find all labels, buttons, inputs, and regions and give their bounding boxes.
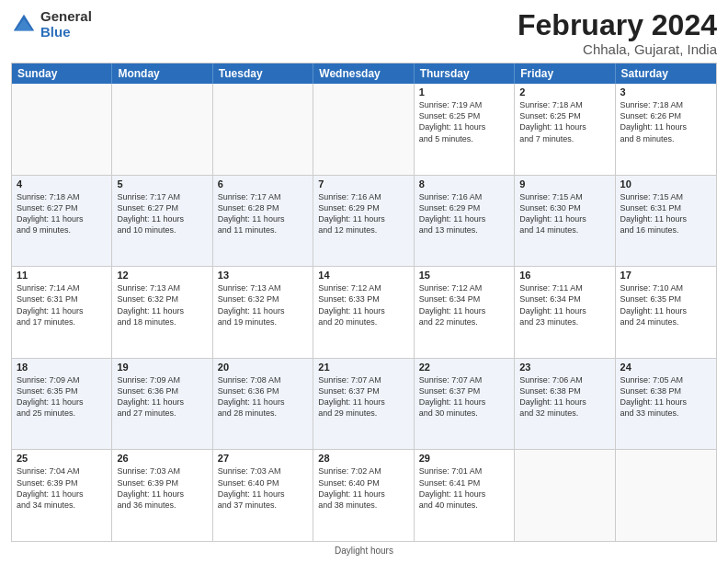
day-number: 28 [318, 453, 408, 464]
calendar-cell: 26Sunrise: 7:03 AM Sunset: 6:39 PM Dayli… [112, 450, 212, 541]
day-info: Sunrise: 7:13 AM Sunset: 6:32 PM Dayligh… [218, 282, 308, 327]
calendar-cell: 9Sunrise: 7:15 AM Sunset: 6:30 PM Daylig… [515, 176, 615, 267]
day-number: 9 [519, 178, 609, 190]
day-info: Sunrise: 7:01 AM Sunset: 6:41 PM Dayligh… [419, 465, 509, 511]
calendar-header-cell: Saturday [616, 63, 716, 84]
day-number: 5 [117, 178, 207, 190]
day-info: Sunrise: 7:03 AM Sunset: 6:40 PM Dayligh… [218, 465, 308, 511]
day-info: Sunrise: 7:11 AM Sunset: 6:34 PM Dayligh… [519, 282, 609, 327]
day-info: Sunrise: 7:15 AM Sunset: 6:31 PM Dayligh… [620, 191, 711, 236]
calendar-cell: 22Sunrise: 7:07 AM Sunset: 6:37 PM Dayli… [415, 359, 515, 450]
day-info: Sunrise: 7:06 AM Sunset: 6:38 PM Dayligh… [519, 374, 609, 419]
day-info: Sunrise: 7:12 AM Sunset: 6:34 PM Dayligh… [419, 282, 509, 327]
day-info: Sunrise: 7:07 AM Sunset: 6:37 PM Dayligh… [419, 374, 509, 419]
day-info: Sunrise: 7:16 AM Sunset: 6:29 PM Dayligh… [419, 191, 509, 236]
day-number: 1 [419, 86, 509, 98]
logo: General Blue [11, 9, 92, 40]
day-info: Sunrise: 7:16 AM Sunset: 6:29 PM Dayligh… [318, 191, 408, 236]
day-number: 18 [17, 362, 107, 373]
day-number: 12 [117, 270, 207, 281]
calendar-header-cell: Friday [515, 63, 615, 84]
calendar-week-row: 4Sunrise: 7:18 AM Sunset: 6:27 PM Daylig… [12, 175, 716, 267]
calendar-cell: 15Sunrise: 7:12 AM Sunset: 6:34 PM Dayli… [415, 267, 515, 358]
day-info: Sunrise: 7:18 AM Sunset: 6:25 PM Dayligh… [519, 99, 609, 144]
day-info: Sunrise: 7:12 AM Sunset: 6:33 PM Dayligh… [318, 282, 408, 327]
day-info: Sunrise: 7:04 AM Sunset: 6:39 PM Dayligh… [17, 465, 107, 511]
day-info: Sunrise: 7:18 AM Sunset: 6:26 PM Dayligh… [620, 99, 711, 144]
day-info: Sunrise: 7:07 AM Sunset: 6:37 PM Dayligh… [318, 374, 408, 419]
calendar-cell [112, 84, 212, 175]
day-info: Sunrise: 7:15 AM Sunset: 6:30 PM Dayligh… [519, 191, 609, 236]
calendar-header-row: SundayMondayTuesdayWednesdayThursdayFrid… [12, 63, 716, 84]
page: General Blue February 2024 Chhala, Gujar… [0, 0, 728, 563]
day-number: 23 [519, 362, 609, 373]
calendar-week-row: 25Sunrise: 7:04 AM Sunset: 6:39 PM Dayli… [12, 449, 716, 541]
day-number: 14 [318, 270, 408, 281]
calendar-cell: 29Sunrise: 7:01 AM Sunset: 6:41 PM Dayli… [415, 450, 515, 541]
calendar-cell: 12Sunrise: 7:13 AM Sunset: 6:32 PM Dayli… [112, 267, 212, 358]
day-number: 2 [519, 86, 609, 98]
day-info: Sunrise: 7:18 AM Sunset: 6:27 PM Dayligh… [17, 191, 107, 236]
calendar-cell: 10Sunrise: 7:15 AM Sunset: 6:31 PM Dayli… [616, 176, 716, 267]
calendar-cell: 21Sunrise: 7:07 AM Sunset: 6:37 PM Dayli… [313, 359, 414, 450]
calendar-cell: 18Sunrise: 7:09 AM Sunset: 6:35 PM Dayli… [12, 359, 112, 450]
day-number: 25 [17, 453, 107, 464]
day-number: 10 [620, 178, 711, 190]
calendar-cell: 24Sunrise: 7:05 AM Sunset: 6:38 PM Dayli… [616, 359, 716, 450]
day-number: 8 [419, 178, 509, 190]
day-info: Sunrise: 7:17 AM Sunset: 6:28 PM Dayligh… [218, 191, 308, 236]
calendar-cell: 16Sunrise: 7:11 AM Sunset: 6:34 PM Dayli… [515, 267, 615, 358]
calendar-cell: 6Sunrise: 7:17 AM Sunset: 6:28 PM Daylig… [213, 176, 313, 267]
day-number: 7 [318, 178, 408, 190]
calendar-cell: 7Sunrise: 7:16 AM Sunset: 6:29 PM Daylig… [313, 176, 414, 267]
title-block: February 2024 Chhala, Gujarat, India [518, 9, 717, 57]
day-info: Sunrise: 7:17 AM Sunset: 6:27 PM Dayligh… [117, 191, 207, 236]
day-info: Sunrise: 7:02 AM Sunset: 6:40 PM Dayligh… [318, 465, 408, 511]
calendar-cell: 23Sunrise: 7:06 AM Sunset: 6:38 PM Dayli… [515, 359, 615, 450]
calendar-week-row: 11Sunrise: 7:14 AM Sunset: 6:31 PM Dayli… [12, 266, 716, 358]
calendar-cell: 8Sunrise: 7:16 AM Sunset: 6:29 PM Daylig… [415, 176, 515, 267]
calendar-cell: 3Sunrise: 7:18 AM Sunset: 6:26 PM Daylig… [616, 84, 716, 175]
calendar-cell [515, 450, 615, 541]
day-number: 4 [17, 178, 107, 190]
calendar-cell: 4Sunrise: 7:18 AM Sunset: 6:27 PM Daylig… [12, 176, 112, 267]
day-number: 27 [218, 453, 308, 464]
calendar-header-cell: Wednesday [313, 63, 414, 84]
calendar-week-row: 1Sunrise: 7:19 AM Sunset: 6:25 PM Daylig… [12, 84, 716, 175]
calendar-week-row: 18Sunrise: 7:09 AM Sunset: 6:35 PM Dayli… [12, 358, 716, 450]
calendar-cell [616, 450, 716, 541]
day-info: Sunrise: 7:19 AM Sunset: 6:25 PM Dayligh… [419, 99, 509, 144]
day-info: Sunrise: 7:10 AM Sunset: 6:35 PM Dayligh… [620, 282, 711, 327]
day-number: 16 [519, 270, 609, 281]
day-number: 3 [620, 86, 711, 98]
day-info: Sunrise: 7:05 AM Sunset: 6:38 PM Dayligh… [620, 374, 711, 419]
day-number: 19 [117, 362, 207, 373]
calendar-cell: 2Sunrise: 7:18 AM Sunset: 6:25 PM Daylig… [515, 84, 615, 175]
calendar-cell: 13Sunrise: 7:13 AM Sunset: 6:32 PM Dayli… [213, 267, 313, 358]
calendar-cell [213, 84, 313, 175]
title-month: February 2024 [518, 9, 717, 41]
calendar-cell: 1Sunrise: 7:19 AM Sunset: 6:25 PM Daylig… [415, 84, 515, 175]
day-info: Sunrise: 7:14 AM Sunset: 6:31 PM Dayligh… [17, 282, 107, 327]
calendar-cell: 17Sunrise: 7:10 AM Sunset: 6:35 PM Dayli… [616, 267, 716, 358]
footer-daylight-label: Daylight hours [335, 546, 393, 556]
calendar-header-cell: Monday [112, 63, 212, 84]
calendar-cell: 14Sunrise: 7:12 AM Sunset: 6:33 PM Dayli… [313, 267, 414, 358]
day-info: Sunrise: 7:08 AM Sunset: 6:36 PM Dayligh… [218, 374, 308, 419]
calendar-cell: 27Sunrise: 7:03 AM Sunset: 6:40 PM Dayli… [213, 450, 313, 541]
day-info: Sunrise: 7:03 AM Sunset: 6:39 PM Dayligh… [117, 465, 207, 511]
day-info: Sunrise: 7:09 AM Sunset: 6:36 PM Dayligh… [117, 374, 207, 419]
title-location: Chhala, Gujarat, India [518, 41, 717, 57]
day-number: 15 [419, 270, 509, 281]
day-number: 13 [218, 270, 308, 281]
day-info: Sunrise: 7:13 AM Sunset: 6:32 PM Dayligh… [117, 282, 207, 327]
calendar-cell: 11Sunrise: 7:14 AM Sunset: 6:31 PM Dayli… [12, 267, 112, 358]
logo-blue-text: Blue [40, 25, 92, 40]
logo-general-text: General [40, 9, 92, 25]
calendar-cell [313, 84, 414, 175]
calendar: SundayMondayTuesdayWednesdayThursdayFrid… [11, 63, 717, 542]
day-number: 17 [620, 270, 711, 281]
day-number: 20 [218, 362, 308, 373]
logo-icon [11, 12, 37, 38]
day-number: 29 [419, 453, 509, 464]
